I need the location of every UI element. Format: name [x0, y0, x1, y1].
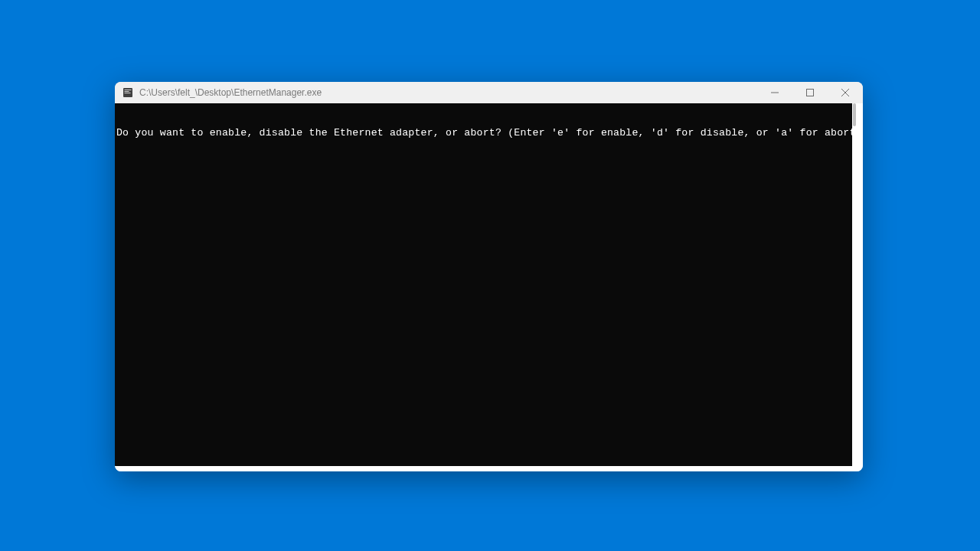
- minimize-button[interactable]: [757, 82, 792, 103]
- console-output[interactable]: Do you want to enable, disable the Ether…: [115, 103, 852, 466]
- svg-rect-5: [807, 90, 814, 96]
- scrollbar-thumb[interactable]: [853, 103, 856, 126]
- console-prompt-line: Do you want to enable, disable the Ether…: [116, 127, 851, 139]
- app-icon: [122, 87, 133, 98]
- close-button[interactable]: [828, 82, 863, 103]
- console-window: C:\Users\felt_\Desktop\EthernetManager.e…: [115, 82, 863, 471]
- console-area-wrap: Do you want to enable, disable the Ether…: [115, 103, 863, 471]
- svg-rect-2: [125, 91, 129, 92]
- window-title: C:\Users\felt_\Desktop\EthernetManager.e…: [139, 87, 757, 98]
- svg-rect-1: [125, 90, 132, 90]
- window-controls: [757, 82, 863, 103]
- svg-rect-3: [125, 93, 131, 93]
- maximize-button[interactable]: [792, 82, 828, 103]
- titlebar[interactable]: C:\Users\felt_\Desktop\EthernetManager.e…: [115, 82, 863, 103]
- vertical-scrollbar[interactable]: [852, 103, 858, 466]
